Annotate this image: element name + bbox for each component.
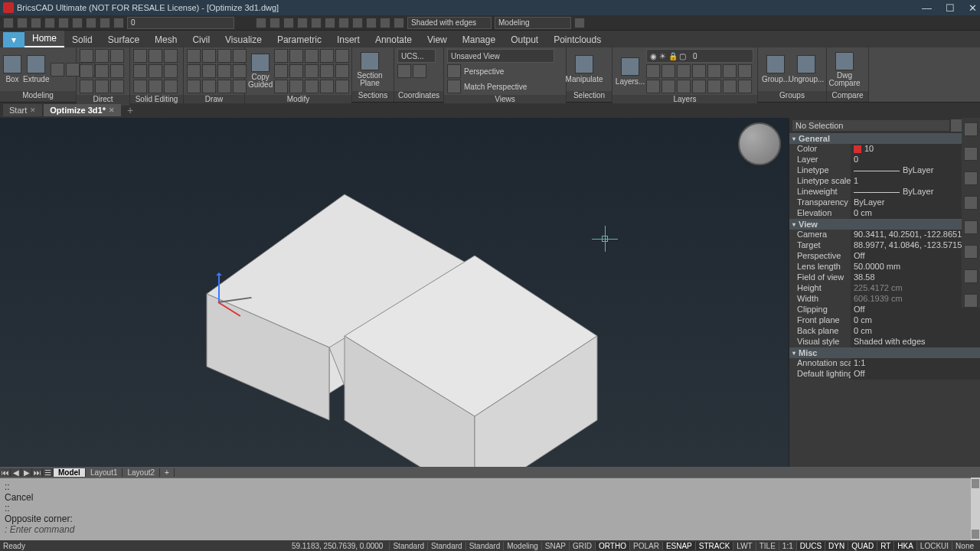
tool-icon[interactable] [149,49,162,63]
tool-icon[interactable] [110,80,124,93]
qat-icon[interactable] [297,18,308,28]
copy-guided-button[interactable]: Copy Guided [248,54,273,89]
bylayer-combo[interactable]: 0 [127,17,234,29]
app-menu-button[interactable]: ▾ [3,32,24,47]
maximize-button[interactable]: ☐ [946,2,955,14]
property-row[interactable]: Target88.9977, 41.0846, -123.5715 [789,240,980,251]
tab-manage[interactable]: Manage [455,32,503,47]
status-toggle-modeling[interactable]: Modeling [503,542,541,550]
doc-tab-start[interactable]: Start✕ [3,104,42,116]
lightbulb-icon[interactable] [964,122,978,136]
status-toggle-tile[interactable]: TILE [756,542,779,550]
tool-icon[interactable] [110,49,124,63]
undo-icon[interactable] [58,18,69,28]
tool-icon[interactable] [646,64,660,78]
extrude-button[interactable]: Extrude [23,55,49,83]
tool-icon[interactable] [187,64,201,78]
tool-icon[interactable] [447,64,461,78]
tab-output[interactable]: Output [503,32,546,47]
qat-icon[interactable] [338,18,349,28]
status-toggle-polar[interactable]: POLAR [629,542,662,550]
layout-list-icon[interactable]: ☰ [43,468,54,477]
tool-icon[interactable] [95,80,109,93]
property-row[interactable]: Linetype scale1 [789,176,980,187]
tool-icon[interactable] [305,80,318,93]
tool-icon[interactable] [202,49,216,63]
last-layout-icon[interactable]: ⏭ [32,468,43,477]
tool-icon[interactable] [80,49,93,63]
layout-tab-model[interactable]: Model [54,468,86,477]
close-tab-icon[interactable]: ✕ [30,106,36,114]
status-toggle-1:1[interactable]: 1:1 [779,542,796,550]
qat-icon[interactable] [113,18,124,28]
tab-civil[interactable]: Civil [185,32,217,47]
property-row[interactable]: Front plane0 cm [789,315,980,326]
tool-icon[interactable] [646,80,660,93]
tab-view[interactable]: View [420,32,455,47]
status-toggle-standard[interactable]: Standard [389,542,427,550]
property-row[interactable]: Back plane0 cm [789,326,980,337]
tool-icon[interactable] [677,64,691,78]
status-toggle-snap[interactable]: SNAP [541,542,569,550]
property-row[interactable]: LineweightByLayer [789,187,980,197]
doc-tab-active[interactable]: Optimize 3d1*✕ [44,104,121,116]
qat-icon[interactable] [270,18,280,28]
prop-group-misc[interactable]: Misc [789,347,980,358]
tool-icon[interactable] [110,64,124,78]
help-icon[interactable] [574,18,585,28]
tool-icon[interactable] [738,80,752,93]
tool-icon[interactable] [320,64,334,78]
structure-icon[interactable] [964,220,978,234]
tool-icon[interactable] [80,80,93,93]
qat-icon[interactable] [325,18,335,28]
group-button[interactable]: Group... [761,55,790,83]
status-toggle-standard[interactable]: Standard [427,542,466,550]
tool-icon[interactable] [723,64,737,78]
tool-icon[interactable] [447,80,461,93]
property-row[interactable]: Annotation scale1:1 [789,358,980,369]
tool-icon[interactable] [707,64,721,78]
ucs-button[interactable]: UCS... [397,49,436,63]
tool-icon[interactable] [413,64,426,78]
tool-icon[interactable] [320,80,334,93]
command-input[interactable]: : Enter command [5,524,975,535]
tab-solid[interactable]: Solid [64,32,100,47]
qat-icon[interactable] [86,18,96,28]
status-toggle-esnap[interactable]: ESNAP [662,542,695,550]
status-toggle-lwt[interactable]: LWT [733,542,755,550]
tool-icon[interactable] [289,64,303,78]
tool-icon[interactable] [335,64,349,78]
panel-icon[interactable] [964,147,978,161]
tool-icon[interactable] [164,49,178,63]
property-row[interactable]: LinetypeByLayer [789,165,980,176]
tool-icon[interactable] [164,64,178,78]
tab-annotate[interactable]: Annotate [368,32,420,47]
tool-icon[interactable] [217,80,231,93]
property-row[interactable]: Visual styleShaded with edges [789,337,980,347]
tab-surface[interactable]: Surface [100,32,147,47]
manipulate-button[interactable]: Manipulate [570,55,599,83]
tool-icon[interactable] [738,64,752,78]
tab-visualize[interactable]: Visualize [217,32,270,47]
tool-icon[interactable] [707,80,721,93]
section-plane-button[interactable]: Section Plane [355,52,384,87]
save-icon[interactable] [31,18,41,28]
status-toggle-hka[interactable]: HKA [893,542,916,550]
prop-group-view[interactable]: View [789,219,980,230]
cloud-icon[interactable] [964,294,978,308]
prev-layout-icon[interactable]: ◀ [11,468,21,477]
tool-icon[interactable] [187,80,201,93]
match-perspective-button[interactable]: Match Perspective [464,83,527,91]
tool-icon[interactable] [723,80,737,93]
tool-icon[interactable] [289,49,303,63]
tool-icon[interactable] [133,80,147,93]
perspective-toggle[interactable]: Perspective [464,67,504,76]
redo-icon[interactable] [72,18,83,28]
status-toggle-standard[interactable]: Standard [466,542,504,550]
selection-combo[interactable]: No Selection [792,120,949,131]
status-toggle-ortho[interactable]: ORTHO [595,542,629,550]
panel-icon[interactable] [964,269,978,283]
qat-icon[interactable] [283,18,294,28]
dwg-compare-button[interactable]: Dwg Compare [830,52,859,87]
tool-icon[interactable] [202,64,216,78]
